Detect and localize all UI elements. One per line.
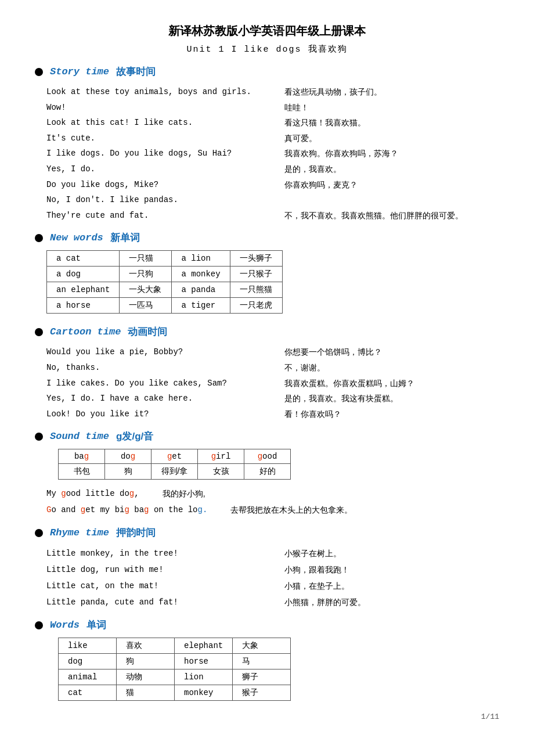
rhyme-line: Little panda, cute and fat!小熊猫，胖胖的可爱。 <box>46 594 499 610</box>
table-cell: a lion <box>172 251 230 267</box>
new-words-title-en: New words <box>50 232 103 243</box>
words-cell: monkey <box>175 685 233 701</box>
sound-table: bagdoggetgirlgood书包狗得到/拿女孩好的 <box>58 449 291 480</box>
words-section-header: Words 单词 <box>35 618 499 632</box>
sound-table-container: bagdoggetgirlgood书包狗得到/拿女孩好的 <box>46 449 499 480</box>
sound-header-cell: bag <box>59 449 105 464</box>
table-cell: 一头大象 <box>120 282 172 298</box>
bullet-icon <box>35 234 43 242</box>
bullet-icon <box>35 621 43 629</box>
table-cell: a tiger <box>172 298 230 314</box>
table-cell: a horse <box>47 298 120 314</box>
story-cn: 哇哇！ <box>284 100 499 116</box>
cartoon-section-header: Cartoon time 动画时间 <box>35 325 499 339</box>
story-line: It's cute.真可爱。 <box>46 131 499 146</box>
story-line: I like dogs. Do you like dogs, Su Hai?我喜… <box>46 146 499 161</box>
cartoon-cn: 你想要一个馅饼吗，博比？ <box>284 344 499 360</box>
sound-cn-2: 去帮我把放在木头上的大包拿来。 <box>230 502 352 518</box>
sound-cn-1: 我的好小狗, <box>163 485 205 502</box>
story-cn: 你喜欢狗吗，麦克？ <box>284 177 499 193</box>
story-cn <box>284 192 499 208</box>
story-en: Look at this cat! I like cats. <box>46 115 261 131</box>
table-row: bagdoggetgirlgood <box>59 449 291 464</box>
words-cell: animal <box>59 669 117 685</box>
sound-header-cell: girl <box>198 449 244 464</box>
page-title: 新译林苏教版小学英语四年级上册课本 <box>35 23 499 39</box>
story-cn: 看这些玩具动物，孩子们。 <box>284 84 499 100</box>
sound-body-cell: 书包 <box>59 464 105 480</box>
new-words-table-container: a cat一只猫a lion一头狮子a dog一只狗a monkey一只猴子an… <box>35 250 499 314</box>
story-section-header: Story time 故事时间 <box>35 65 499 78</box>
sound-sentences: My good little dog,我的好小狗,Go and get my b… <box>46 485 499 518</box>
table-row: an elephant一头大象a panda一只熊猫 <box>47 282 283 298</box>
words-cell: 大象 <box>233 638 291 654</box>
sound-sentence-1: My good little dog,我的好小狗, <box>46 485 499 502</box>
story-en: Wow! <box>46 100 261 116</box>
table-cell: 一只猴子 <box>230 267 282 282</box>
story-line: Do you like dogs, Mike?你喜欢狗吗，麦克？ <box>46 177 499 193</box>
table-row: animal动物lion狮子 <box>59 669 291 685</box>
words-cell: 狮子 <box>233 669 291 685</box>
rhyme-en: Little panda, cute and fat! <box>46 594 261 610</box>
story-en: Yes, I do. <box>46 161 261 177</box>
table-row: like喜欢elephant大象 <box>59 638 291 654</box>
page-number: 1/11 <box>35 712 499 721</box>
new-words-table: a cat一只猫a lion一头狮子a dog一只狗a monkey一只猴子an… <box>46 250 283 314</box>
bullet-icon <box>35 328 43 336</box>
rhyme-en: Little cat, on the mat! <box>46 578 261 594</box>
story-title-cn: 故事时间 <box>116 65 156 78</box>
cartoon-cn: 我喜欢蛋糕。你喜欢蛋糕吗，山姆？ <box>284 376 499 391</box>
table-row: dog狗horse马 <box>59 654 291 669</box>
story-title-en: Story time <box>50 66 109 77</box>
sound-body-cell: 狗 <box>105 464 151 480</box>
table-row: a dog一只狗a monkey一只猴子 <box>47 267 283 282</box>
cartoon-title-en: Cartoon time <box>50 326 121 337</box>
story-cn: 我喜欢狗。你喜欢狗吗，苏海？ <box>284 146 499 161</box>
cartoon-cn: 看！你喜欢吗？ <box>284 406 499 422</box>
words-cell: 猴子 <box>233 685 291 701</box>
rhyme-content: Little monkey, in the tree!小猴子在树上。Little… <box>46 545 499 610</box>
words-table: like喜欢elephant大象dog狗horse马animal动物lion狮子… <box>58 638 291 701</box>
story-line: Wow!哇哇！ <box>46 100 499 116</box>
story-line: Look at these toy animals, boys and girl… <box>46 84 499 100</box>
cartoon-line: Look! Do you like it?看！你喜欢吗？ <box>46 406 499 422</box>
sound-en-2: Go and get my big bag on the log. <box>46 502 207 518</box>
words-cell: horse <box>175 654 233 669</box>
rhyme-title-cn: 押韵时间 <box>116 526 156 539</box>
story-line: No, I don't. I like pandas. <box>46 192 499 208</box>
words-cell: 猫 <box>117 685 175 701</box>
words-cell: 喜欢 <box>117 638 175 654</box>
sound-body-cell: 得到/拿 <box>151 464 198 480</box>
cartoon-content: Would you like a pie, Bobby?你想要一个馅饼吗，博比？… <box>46 344 499 422</box>
table-cell: 一头狮子 <box>230 251 282 267</box>
table-row: a cat一只猫a lion一头狮子 <box>47 251 283 267</box>
sound-header-cell: dog <box>105 449 151 464</box>
rhyme-cn: 小猫，在垫子上。 <box>284 578 499 594</box>
story-cn: 看这只猫！我喜欢猫。 <box>284 115 499 131</box>
sound-body-cell: 女孩 <box>198 464 244 480</box>
rhyme-title-en: Rhyme time <box>50 527 109 538</box>
cartoon-line: No, thanks.不，谢谢。 <box>46 360 499 376</box>
rhyme-en: Little monkey, in the tree! <box>46 545 261 561</box>
table-cell: a dog <box>47 267 120 282</box>
cartoon-line: Would you like a pie, Bobby?你想要一个馅饼吗，博比？ <box>46 344 499 360</box>
words-cell: cat <box>59 685 117 701</box>
sound-header-cell: good <box>244 449 291 464</box>
words-cell: dog <box>59 654 117 669</box>
cartoon-en: Yes, I do. I have a cake here. <box>46 391 261 406</box>
rhyme-line: Little monkey, in the tree!小猴子在树上。 <box>46 545 499 561</box>
sound-title-cn: g发/g/音 <box>116 430 153 443</box>
story-en: They're cute and fat. <box>46 208 261 224</box>
cartoon-en: Look! Do you like it? <box>46 406 261 422</box>
table-cell: 一只熊猫 <box>230 282 282 298</box>
story-cn: 真可爱。 <box>284 131 499 146</box>
unit-title: Unit 1 I like dogs 我喜欢狗 <box>35 44 499 55</box>
new-words-title-cn: 新单词 <box>110 231 140 244</box>
words-cell: lion <box>175 669 233 685</box>
table-cell: 一匹马 <box>120 298 172 314</box>
rhyme-line: Little cat, on the mat!小猫，在垫子上。 <box>46 578 499 594</box>
words-cell: 动物 <box>117 669 175 685</box>
story-line: Yes, I do.是的，我喜欢。 <box>46 161 499 177</box>
words-cell: like <box>59 638 117 654</box>
table-cell: 一只老虎 <box>230 298 282 314</box>
